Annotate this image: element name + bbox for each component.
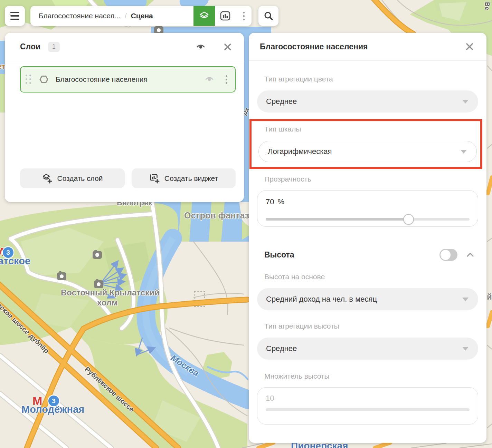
chevron-up-icon xyxy=(466,252,474,257)
opacity-slider-thumb[interactable] xyxy=(403,214,414,225)
height-aggregation-select[interactable]: Среднее xyxy=(257,338,478,360)
scale-type-select[interactable]: Логарифмическая xyxy=(258,141,477,162)
create-widget-label: Создать виджет xyxy=(164,174,218,183)
height-multiplier-control xyxy=(257,387,478,425)
search-button[interactable] xyxy=(258,6,278,26)
layers-toggle-button[interactable] xyxy=(193,6,215,26)
layer-menu-button[interactable] xyxy=(224,74,229,85)
hexagon-layer-icon xyxy=(38,74,49,85)
chevron-down-icon xyxy=(462,347,469,351)
hamburger-icon xyxy=(10,12,19,13)
breadcrumb-project[interactable]: Благосостояние насел... xyxy=(39,12,121,20)
opacity-value: 70% xyxy=(266,197,470,206)
color-aggregation-value: Среднее xyxy=(266,97,462,106)
widgets-button[interactable] xyxy=(215,6,236,26)
create-layer-label: Создать слой xyxy=(57,174,103,183)
height-multiplier-input[interactable] xyxy=(266,394,470,403)
breadcrumb-separator: / xyxy=(125,12,127,20)
layer-visibility-button[interactable] xyxy=(204,74,215,85)
create-widget-button[interactable]: Создать виджет xyxy=(132,168,236,188)
settings-title: Благосостояние населения xyxy=(260,42,464,51)
settings-close-button[interactable] xyxy=(464,41,475,52)
opacity-label: Прозрачность xyxy=(264,175,311,183)
breadcrumb-text[interactable]: Благосостояние насел... / Сцена xyxy=(30,12,193,20)
height-basis-label: Высота на основе xyxy=(264,273,325,281)
kebab-icon xyxy=(242,10,246,22)
bar-chart-icon xyxy=(220,11,231,21)
height-aggregation-value: Среднее xyxy=(266,344,462,353)
layers-panel: Слои 1 Благосостояние населения xyxy=(5,33,244,202)
create-layer-button[interactable]: Создать слой xyxy=(20,168,125,188)
menu-button[interactable] xyxy=(5,6,25,26)
layer-row[interactable]: Благосостояние населения xyxy=(20,66,236,92)
layer-settings-panel: Благосостояние населения Тип агрегации ц… xyxy=(249,33,486,443)
opacity-slider[interactable] xyxy=(266,214,470,224)
height-section-title: Высота xyxy=(264,250,294,260)
height-multiplier-track[interactable] xyxy=(266,408,470,411)
opacity-control: 70% xyxy=(257,190,478,227)
breadcrumb-scene[interactable]: Сцена xyxy=(131,12,153,20)
close-icon xyxy=(465,42,474,51)
height-aggregation-label: Тип агрегации высоты xyxy=(264,322,339,330)
create-layer-icon xyxy=(42,173,52,184)
chevron-down-icon xyxy=(461,150,467,154)
opacity-slider-fill xyxy=(266,218,408,221)
breadcrumb: Благосостояние насел... / Сцена xyxy=(30,6,252,26)
toggle-knob xyxy=(441,250,451,260)
height-multiplier-label: Множитель высоты xyxy=(264,372,330,380)
layers-count-badge: 1 xyxy=(48,42,60,52)
layers-panel-title: Слои xyxy=(20,42,40,51)
height-collapse-button[interactable] xyxy=(466,252,474,259)
scale-type-label: Тип шкалы xyxy=(264,125,301,133)
search-icon xyxy=(263,11,274,21)
color-aggregation-label: Тип агрегации цвета xyxy=(264,75,333,83)
scale-type-value: Логарифмическая xyxy=(268,147,461,156)
layers-panel-header: Слои 1 xyxy=(5,33,244,61)
layers-icon xyxy=(199,11,209,21)
settings-header: Благосостояние населения xyxy=(249,33,486,61)
close-icon xyxy=(224,43,232,51)
app-stage: М 3 М 3 ВелотрекОстров фантазийВосточный… xyxy=(0,0,492,448)
layers-visibility-button[interactable] xyxy=(195,41,207,53)
chevron-down-icon xyxy=(462,100,469,104)
drag-handle-icon[interactable] xyxy=(26,75,31,84)
height-basis-select[interactable]: Средний доход на чел. в месяц xyxy=(257,288,478,310)
eye-icon xyxy=(196,43,206,51)
more-menu-button[interactable] xyxy=(236,6,252,26)
color-aggregation-select[interactable]: Среднее xyxy=(257,90,478,113)
layer-name: Благосостояние населения xyxy=(56,75,204,84)
height-basis-value: Средний доход на чел. в месяц xyxy=(266,295,462,304)
eye-icon xyxy=(205,75,214,84)
chevron-down-icon xyxy=(462,298,469,301)
height-toggle[interactable] xyxy=(439,249,457,261)
layers-panel-close-button[interactable] xyxy=(222,41,234,53)
create-widget-icon xyxy=(149,173,160,184)
